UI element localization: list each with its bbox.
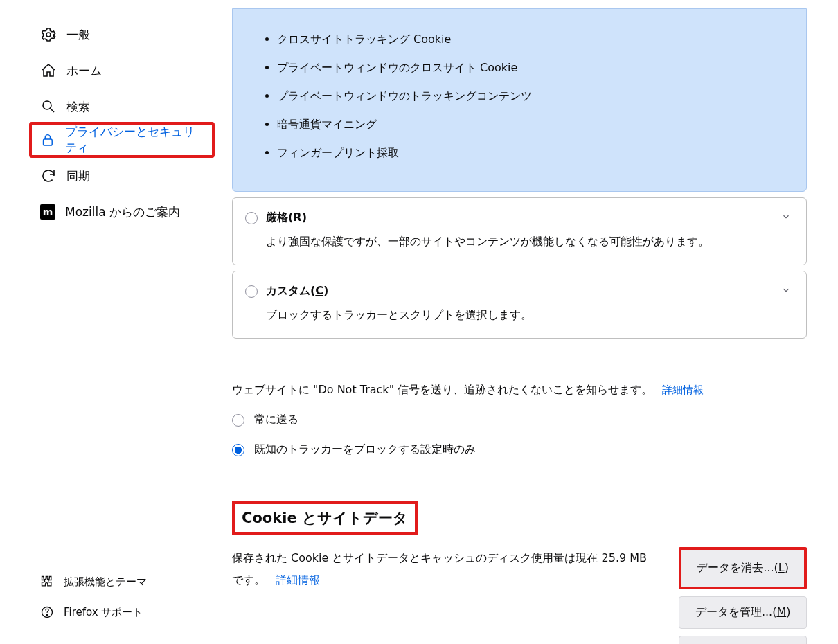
dnt-more-link[interactable]: 詳細情報 <box>662 384 704 396</box>
lock-icon <box>40 132 55 148</box>
dnt-description: ウェブサイトに "Do Not Track" 信号を送り、追跡されたくないことを… <box>232 383 652 396</box>
sidebar-label-support: Firefox サポート <box>64 606 143 619</box>
sidebar-label-mozilla: Mozilla からのご案内 <box>65 204 180 220</box>
sidebar-label-extensions: 拡張機能とテーマ <box>64 575 147 589</box>
radio-custom[interactable] <box>245 285 258 298</box>
sidebar-item-search[interactable]: 検索 <box>32 89 212 125</box>
protection-option-custom[interactable]: カスタム(C) ブロックするトラッカーとスクリプトを選択します。 <box>232 271 807 339</box>
search-icon <box>40 98 57 115</box>
custom-desc: ブロックするトラッカーとスクリプトを選択します。 <box>266 308 788 323</box>
sidebar-item-home[interactable]: ホーム <box>32 53 212 89</box>
manage-data-button[interactable]: データを管理...(M) <box>679 596 807 629</box>
question-icon <box>40 605 54 619</box>
settings-sidebar: 一般 ホーム 検索 プライバシーとセキュリティ 同期 m Mozilla からの… <box>32 17 212 230</box>
sync-icon <box>40 168 57 184</box>
sidebar-label-privacy: プライバシーとセキュリティ <box>65 124 204 156</box>
sidebar-label-search: 検索 <box>66 99 90 115</box>
sidebar-item-extensions[interactable]: 拡張機能とテーマ <box>32 566 212 597</box>
sidebar-item-support[interactable]: Firefox サポート <box>32 597 212 627</box>
cookie-section: Cookie とサイトデータ 保存された Cookie とサイトデータとキャッシ… <box>232 501 807 644</box>
dnt-always-label: 常に送る <box>254 413 298 427</box>
sidebar-item-general[interactable]: 一般 <box>32 17 212 53</box>
sidebar-item-sync[interactable]: 同期 <box>32 158 212 194</box>
puzzle-icon <box>40 575 54 589</box>
custom-title: カスタム(C) <box>266 284 328 298</box>
strict-desc: より強固な保護ですが、一部のサイトやコンテンツが機能しなくなる可能性があります。 <box>266 235 788 249</box>
blocked-item: プライベートウィンドウのクロスサイト Cookie <box>277 61 781 75</box>
mozilla-icon: m <box>40 204 55 220</box>
gear-icon <box>40 26 57 43</box>
cookie-heading: Cookie とサイトデータ <box>232 501 418 535</box>
cookie-more-link[interactable]: 詳細情報 <box>276 573 320 587</box>
radio-dnt-always[interactable] <box>232 414 244 427</box>
sidebar-item-mozilla[interactable]: m Mozilla からのご案内 <box>32 194 212 230</box>
dnt-option-trackers[interactable]: 既知のトラッカーをブロックする設定時のみ <box>232 442 807 457</box>
dnt-section: ウェブサイトに "Do Not Track" 信号を送り、追跡されたくないことを… <box>232 383 807 457</box>
manage-exceptions-button[interactable]: 例外を管理...(X) <box>679 636 807 644</box>
dnt-option-always[interactable]: 常に送る <box>232 413 807 427</box>
radio-strict[interactable] <box>245 212 258 224</box>
sidebar-label-home: ホーム <box>66 63 102 79</box>
blocked-item: プライベートウィンドウのトラッキングコンテンツ <box>277 89 781 104</box>
blocked-item: フィンガープリント採取 <box>277 146 781 161</box>
home-icon <box>40 62 57 79</box>
sidebar-label-sync: 同期 <box>66 168 90 184</box>
strict-title: 厳格(R) <box>266 211 307 225</box>
settings-main: クロスサイトトラッキング Cookie プライベートウィンドウのクロスサイト C… <box>232 8 807 644</box>
svg-point-1 <box>43 101 51 109</box>
sidebar-item-privacy[interactable]: プライバシーとセキュリティ <box>29 122 215 158</box>
blocked-item: クロスサイトトラッキング Cookie <box>277 33 781 47</box>
chevron-down-icon <box>781 285 791 298</box>
cookie-usage-text: 保存された Cookie とサイトデータとキャッシュのディスク使用量は現在 25… <box>232 547 679 591</box>
protection-option-strict[interactable]: 厳格(R) より強固な保護ですが、一部のサイトやコンテンツが機能しなくなる可能性… <box>232 197 807 265</box>
sidebar-label-general: 一般 <box>66 27 90 43</box>
sidebar-bottom: 拡張機能とテーマ Firefox サポート <box>32 566 212 627</box>
chevron-down-icon <box>781 212 791 224</box>
radio-dnt-trackers[interactable] <box>232 444 244 456</box>
clear-data-button[interactable]: データを消去...(L) <box>679 547 807 589</box>
svg-rect-2 <box>44 139 53 145</box>
blocked-item: 暗号通貨マイニング <box>277 118 781 132</box>
cookie-buttons: データを消去...(L) データを管理...(M) 例外を管理...(X) <box>679 547 807 644</box>
tracking-blocked-panel: クロスサイトトラッキング Cookie プライベートウィンドウのクロスサイト C… <box>232 8 807 192</box>
dnt-trackers-label: 既知のトラッカーをブロックする設定時のみ <box>254 442 476 457</box>
svg-point-0 <box>46 33 51 37</box>
svg-point-4 <box>46 615 47 616</box>
